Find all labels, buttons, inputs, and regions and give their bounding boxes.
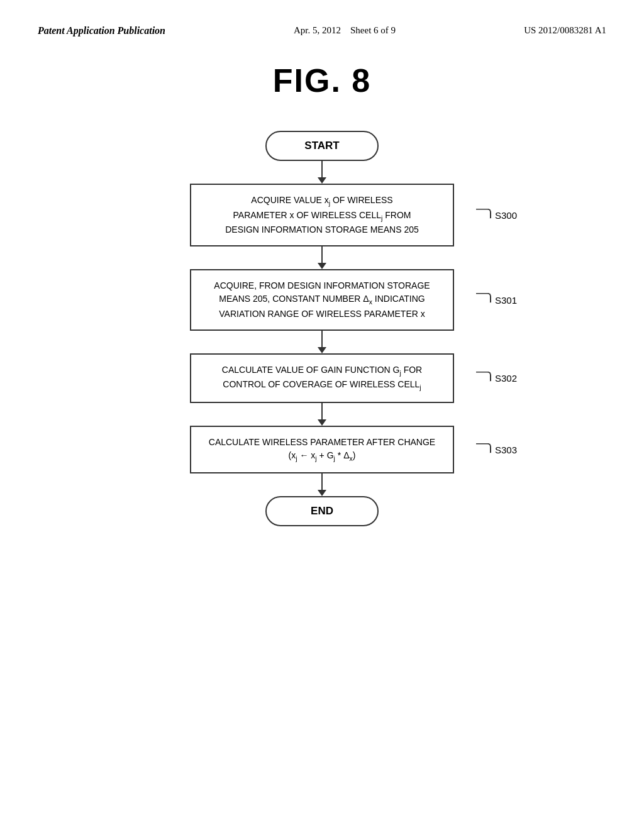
step-s300-box: ACQUIRE VALUE xj OF WIRELESS PARAMETER x… — [190, 184, 454, 246]
start-box: START — [265, 131, 379, 161]
end-box: END — [265, 496, 379, 526]
page: Patent Application Publication Apr. 5, 2… — [0, 0, 644, 830]
step-s303-label: S303 — [476, 445, 517, 455]
arrow-4 — [318, 403, 326, 426]
step-s302-row: CALCULATE VALUE OF GAIN FUNCTION Gj FOR … — [190, 353, 454, 403]
header-right: US 2012/0083281 A1 — [524, 25, 606, 36]
step-s300-row: ACQUIRE VALUE xj OF WIRELESS PARAMETER x… — [190, 184, 454, 246]
step-s303-row: CALCULATE WIRELESS PARAMETER AFTER CHANG… — [190, 426, 454, 474]
patent-number: US 2012/0083281 A1 — [524, 25, 606, 35]
step-s303-box: CALCULATE WIRELESS PARAMETER AFTER CHANG… — [190, 426, 454, 474]
arrow-5 — [318, 473, 326, 496]
date-label: Apr. 5, 2012 — [294, 25, 341, 35]
header: Patent Application Publication Apr. 5, 2… — [38, 25, 606, 43]
arrow-3 — [318, 331, 326, 353]
flowchart: START ACQUIRE VALUE xj OF WIRELESS PARAM… — [38, 131, 606, 526]
step-s301-row: ACQUIRE, FROM DESIGN INFORMATION STORAGE… — [190, 269, 454, 331]
arrow-1 — [318, 161, 326, 184]
step-s300-label: S300 — [476, 210, 517, 221]
header-left: Patent Application Publication — [38, 25, 165, 36]
step-s301-label: S301 — [476, 294, 517, 305]
publication-label: Patent Application Publication — [38, 25, 165, 36]
step-s302-label: S302 — [476, 373, 517, 384]
step-s301-box: ACQUIRE, FROM DESIGN INFORMATION STORAGE… — [190, 269, 454, 331]
arrow-2 — [318, 246, 326, 269]
sheet-label: Sheet 6 of 9 — [350, 25, 396, 35]
figure-title: FIG. 8 — [38, 62, 606, 99]
header-center: Apr. 5, 2012 Sheet 6 of 9 — [294, 25, 396, 36]
step-s302-box: CALCULATE VALUE OF GAIN FUNCTION Gj FOR … — [190, 353, 454, 403]
